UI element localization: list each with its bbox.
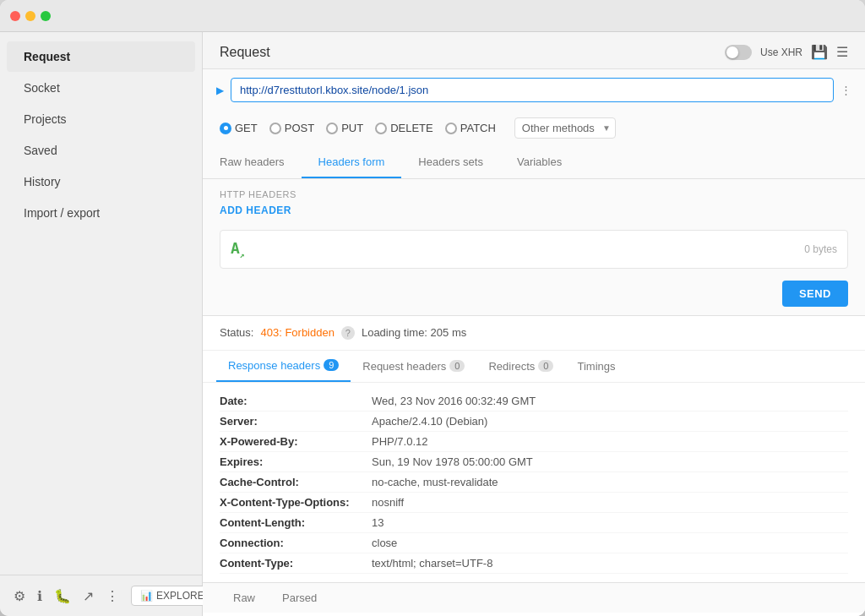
- delete-radio[interactable]: [375, 123, 387, 134]
- table-row: Expires: Sun, 19 Nov 1978 05:00:00 GMT: [220, 452, 848, 472]
- resp-tab-request-headers[interactable]: Request headers 0: [351, 351, 476, 382]
- send-row: SEND: [203, 275, 865, 315]
- use-xhr-toggle[interactable]: [725, 45, 752, 60]
- status-value: 403: Forbidden: [260, 326, 334, 339]
- header-key: Cache-Control:: [220, 476, 372, 488]
- sidebar-item-history[interactable]: History: [7, 166, 195, 197]
- xhr-toggle-label: Use XHR: [760, 46, 802, 58]
- response-section: Status: 403: Forbidden ? Loading time: 2…: [203, 315, 865, 616]
- help-icon[interactable]: ?: [341, 326, 355, 340]
- header-key: X-Powered-By:: [220, 435, 372, 448]
- header-key: Date:: [220, 395, 372, 407]
- header-val: PHP/7.0.12: [372, 435, 428, 448]
- http-headers-section: HTTP headers ADD HEADER: [203, 179, 865, 223]
- header-tabs: Raw headers Headers form Headers sets Va…: [203, 147, 865, 179]
- header-key: X-Content-Type-Options:: [220, 496, 372, 509]
- app-window: Request Socket Projects Saved History Im…: [0, 0, 865, 616]
- header-val: Sun, 19 Nov 1978 05:00:00 GMT: [372, 455, 533, 468]
- request-headers-badge: 0: [449, 360, 465, 372]
- header-val: 13: [372, 516, 384, 529]
- get-radio[interactable]: [220, 123, 231, 134]
- table-row: X-Powered-By: PHP/7.0.12: [220, 432, 848, 452]
- more-vertical-icon[interactable]: ⋮: [106, 588, 119, 604]
- status-label: Status:: [220, 326, 253, 339]
- editor-icon: A↗: [231, 239, 245, 259]
- header-key: Expires:: [220, 455, 372, 468]
- url-bar-row: ▶ ⋮: [203, 69, 865, 111]
- method-get[interactable]: GET: [220, 122, 258, 134]
- main-layout: Request Socket Projects Saved History Im…: [0, 32, 865, 616]
- bytes-label: 0 bytes: [804, 243, 837, 255]
- header-key: Server:: [220, 415, 372, 428]
- resp-tab-timings[interactable]: Timings: [565, 351, 627, 382]
- content-header: Request Use XHR 💾 ☰: [203, 32, 865, 69]
- loading-time: Loading time: 205 ms: [362, 326, 466, 339]
- bottom-tab-parsed[interactable]: Parsed: [269, 583, 330, 613]
- toggle-knob: [726, 46, 738, 58]
- sidebar-footer: ⚙ ℹ 🐛 ↗ ⋮ 📊 EXPLORE: [0, 575, 202, 616]
- bottom-tab-raw[interactable]: Raw: [220, 583, 269, 613]
- minimize-button[interactable]: [25, 11, 35, 21]
- url-input[interactable]: [231, 78, 834, 102]
- add-header-button[interactable]: ADD HEADER: [220, 204, 848, 216]
- header-val: close: [372, 537, 397, 549]
- http-headers-label: HTTP headers: [220, 189, 848, 199]
- save-icon[interactable]: 💾: [811, 44, 828, 60]
- method-delete[interactable]: DELETE: [375, 122, 433, 134]
- header-val: text/html; charset=UTF-8: [372, 557, 492, 570]
- tab-raw-headers[interactable]: Raw headers: [203, 147, 302, 178]
- method-put[interactable]: PUT: [326, 122, 363, 134]
- tab-headers-sets[interactable]: Headers sets: [401, 147, 500, 178]
- table-row: Content-Type: text/html; charset=UTF-8: [220, 553, 848, 574]
- header-val: Wed, 23 Nov 2016 00:32:49 GMT: [372, 395, 536, 407]
- method-row: GET POST PUT DELETE PATCH: [203, 111, 865, 147]
- resp-tab-redirects[interactable]: Redirects 0: [476, 351, 565, 382]
- chart-icon: 📊: [140, 590, 153, 602]
- response-headers-table: Date: Wed, 23 Nov 2016 00:32:49 GMT Serv…: [203, 383, 865, 582]
- sidebar-item-saved[interactable]: Saved: [7, 135, 195, 166]
- redirects-badge: 0: [538, 360, 553, 372]
- external-link-icon[interactable]: ↗: [83, 588, 94, 604]
- post-radio[interactable]: [269, 123, 281, 134]
- table-row: Content-Length: 13: [220, 513, 848, 533]
- sidebar: Request Socket Projects Saved History Im…: [0, 32, 203, 616]
- patch-radio[interactable]: [445, 123, 457, 134]
- status-row: Status: 403: Forbidden ? Loading time: 2…: [203, 316, 865, 351]
- url-expand-icon[interactable]: ▶: [216, 84, 224, 96]
- resp-tab-response-headers[interactable]: Response headers 9: [216, 351, 351, 382]
- maximize-button[interactable]: [41, 11, 51, 21]
- sidebar-item-request[interactable]: Request: [7, 41, 195, 72]
- response-headers-badge: 9: [324, 359, 339, 371]
- header-val: no-cache, must-revalidate: [372, 476, 498, 488]
- explore-button[interactable]: 📊 EXPLORE: [131, 586, 214, 606]
- method-post[interactable]: POST: [269, 122, 314, 134]
- page-title: Request: [220, 45, 270, 60]
- url-more-icon[interactable]: ⋮: [841, 84, 851, 96]
- table-row: Server: Apache/2.4.10 (Debian): [220, 412, 848, 432]
- close-button[interactable]: [10, 11, 20, 21]
- sidebar-item-projects[interactable]: Projects: [7, 104, 195, 134]
- content-area: Request Use XHR 💾 ☰ ▶ ⋮: [203, 32, 865, 616]
- sidebar-item-socket[interactable]: Socket: [7, 73, 195, 103]
- response-tabs: Response headers 9 Request headers 0 Red…: [203, 351, 865, 383]
- gear-icon[interactable]: ⚙: [14, 588, 25, 604]
- title-bar: [0, 0, 865, 32]
- bug-icon[interactable]: 🐛: [54, 588, 71, 604]
- other-methods-dropdown[interactable]: Other methods: [514, 117, 616, 139]
- sidebar-item-import-export[interactable]: Import / export: [7, 198, 195, 228]
- tab-variables[interactable]: Variables: [500, 147, 579, 178]
- menu-icon[interactable]: ☰: [836, 44, 848, 60]
- header-val: Apache/2.4.10 (Debian): [372, 415, 487, 428]
- traffic-lights: [10, 11, 51, 21]
- send-button[interactable]: SEND: [782, 281, 848, 307]
- body-editor[interactable]: A↗ 0 bytes: [220, 230, 848, 269]
- header-key: Connection:: [220, 537, 372, 549]
- header-val: nosniff: [372, 496, 404, 509]
- tab-headers-form[interactable]: Headers form: [302, 147, 402, 178]
- method-patch[interactable]: PATCH: [445, 122, 496, 134]
- table-row: Date: Wed, 23 Nov 2016 00:32:49 GMT: [220, 391, 848, 412]
- put-radio[interactable]: [326, 123, 338, 134]
- info-icon[interactable]: ℹ: [37, 588, 42, 604]
- header-key: Content-Type:: [220, 557, 372, 570]
- other-methods-wrapper: Other methods ▼: [508, 117, 616, 139]
